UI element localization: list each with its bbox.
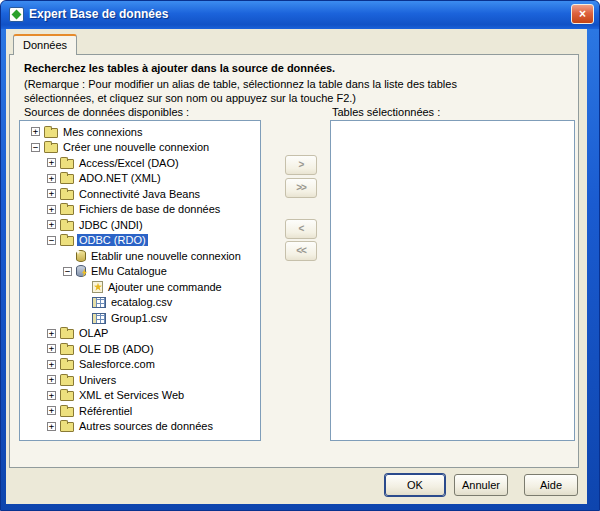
tree-item-label: Autres sources de données [77, 420, 215, 432]
db-conn-icon [76, 265, 86, 277]
tree-item-label: ADO.NET (XML) [77, 172, 163, 184]
tree-item-label: Mes connexions [61, 126, 145, 138]
tree-item-label: Référentiel [77, 405, 134, 417]
tree-item[interactable]: −Créer une nouvelle connexion [20, 140, 260, 156]
folder-icon [60, 360, 74, 370]
folder-icon [60, 345, 74, 355]
expand-icon[interactable]: + [47, 360, 56, 369]
table-icon [92, 297, 106, 308]
folder-icon [44, 143, 58, 153]
db-new-icon [76, 250, 86, 262]
expand-icon[interactable]: + [31, 127, 40, 136]
tab-page: Recherchez les tables à ajouter dans la … [9, 54, 579, 468]
cancel-button[interactable]: Annuler [454, 474, 508, 496]
folder-icon [60, 205, 74, 215]
tree-item[interactable]: +Access/Excel (DAO) [20, 155, 260, 171]
tree-item-label: Univers [77, 374, 118, 386]
table-icon [92, 313, 106, 324]
folder-icon [60, 236, 74, 246]
folder-icon [60, 174, 74, 184]
tree-item-label: Fichiers de base de données [77, 203, 222, 215]
expand-icon[interactable]: + [47, 375, 56, 384]
window-title: Expert Base de données [29, 7, 168, 21]
folder-icon [60, 190, 74, 200]
transfer-add-button[interactable]: > [285, 155, 317, 175]
expand-icon[interactable]: + [47, 344, 56, 353]
ok-button[interactable]: OK [385, 474, 445, 496]
tree-item-label: ODBC (RDO) [77, 234, 148, 246]
tree-item[interactable]: +Mes connexions [20, 124, 260, 140]
tree-item-label: Ajouter une commande [106, 281, 224, 293]
tree-item[interactable]: +XML et Services Web [20, 388, 260, 404]
tree-item-label: Créer une nouvelle connexion [61, 141, 211, 153]
folder-icon [60, 329, 74, 339]
folder-icon [60, 407, 74, 417]
expand-icon[interactable]: + [47, 422, 56, 431]
tree-item[interactable]: −ODBC (RDO) [20, 233, 260, 249]
tree-item[interactable]: +OLE DB (ADO) [20, 341, 260, 357]
note-line-1: (Remarque : Pour modifier un alias de ta… [24, 78, 457, 90]
folder-icon [60, 376, 74, 386]
dialog-body: Données Recherchez les tables à ajouter … [6, 29, 587, 504]
tree-item[interactable]: +Connectivité Java Beans [20, 186, 260, 202]
collapse-icon[interactable]: − [31, 143, 40, 152]
command-icon [92, 281, 103, 293]
transfer-remove-all-button[interactable]: << [285, 241, 317, 261]
expand-icon[interactable]: + [47, 391, 56, 400]
tree-item-label: Access/Excel (DAO) [77, 157, 181, 169]
transfer-remove-button[interactable]: < [285, 219, 317, 239]
collapse-icon[interactable]: − [47, 236, 56, 245]
tree-item[interactable]: −EMu Catalogue [20, 264, 260, 280]
folder-icon [60, 391, 74, 401]
tree-item[interactable]: Ajouter une commande [20, 279, 260, 295]
tree-item-label: JDBC (JNDI) [77, 219, 145, 231]
tree-item[interactable]: +ADO.NET (XML) [20, 171, 260, 187]
expand-icon[interactable]: + [47, 220, 56, 229]
tree-item-label: Salesforce.com [77, 358, 157, 370]
expand-icon[interactable]: + [47, 205, 56, 214]
tree-item[interactable]: +OLAP [20, 326, 260, 342]
tree-item-label: OLAP [77, 327, 110, 339]
tree-item-label: EMu Catalogue [89, 265, 169, 277]
help-button[interactable]: Aide [524, 474, 578, 496]
selected-tables-label: Tables sélectionnées : [332, 106, 440, 118]
instruction-heading: Recherchez les tables à ajouter dans la … [24, 62, 335, 74]
tree-item-label: ecatalog.csv [109, 296, 174, 308]
folder-icon [60, 221, 74, 231]
titlebar[interactable]: Expert Base de données × [1, 1, 599, 29]
tree-item[interactable]: +Salesforce.com [20, 357, 260, 373]
tree-item-label: Group1.csv [109, 312, 169, 324]
transfer-add-all-button[interactable]: >> [285, 178, 317, 198]
tree-item[interactable]: +Autres sources de données [20, 419, 260, 435]
tree-item-label: OLE DB (ADO) [77, 343, 156, 355]
database-expert-dialog: Expert Base de données × Données Recherc… [0, 0, 600, 511]
expand-icon[interactable]: + [47, 329, 56, 338]
collapse-icon[interactable]: − [63, 267, 72, 276]
folder-icon [60, 159, 74, 169]
tree-item[interactable]: +JDBC (JNDI) [20, 217, 260, 233]
expand-icon[interactable]: + [47, 406, 56, 415]
instruction-note: (Remarque : Pour modifier un alias de ta… [24, 77, 457, 105]
tree-item[interactable]: +Référentiel [20, 403, 260, 419]
available-sources-tree[interactable]: +Mes connexions−Créer une nouvelle conne… [19, 120, 261, 441]
expand-icon[interactable]: + [47, 189, 56, 198]
expand-icon[interactable]: + [47, 158, 56, 167]
available-sources-label: Sources de données disponibles : [24, 106, 189, 118]
close-icon[interactable]: × [571, 4, 594, 24]
tab-donnees[interactable]: Données [13, 34, 77, 55]
tree-item[interactable]: Group1.csv [20, 310, 260, 326]
tree-item[interactable]: +Univers [20, 372, 260, 388]
app-icon [9, 7, 24, 22]
tree-item-label: XML et Services Web [77, 389, 186, 401]
tree-item[interactable]: Etablir une nouvelle connexion [20, 248, 260, 264]
tree-item[interactable]: +Fichiers de base de données [20, 202, 260, 218]
tree-item-label: Etablir une nouvelle connexion [89, 250, 243, 262]
folder-icon [60, 422, 74, 432]
selected-tables-list[interactable] [330, 120, 575, 441]
note-line-2: sélectionnées, et cliquez sur son nom ou… [24, 92, 356, 104]
folder-icon [44, 128, 58, 138]
tree-item-label: Connectivité Java Beans [77, 188, 202, 200]
tree-item[interactable]: ecatalog.csv [20, 295, 260, 311]
expand-icon[interactable]: + [47, 174, 56, 183]
